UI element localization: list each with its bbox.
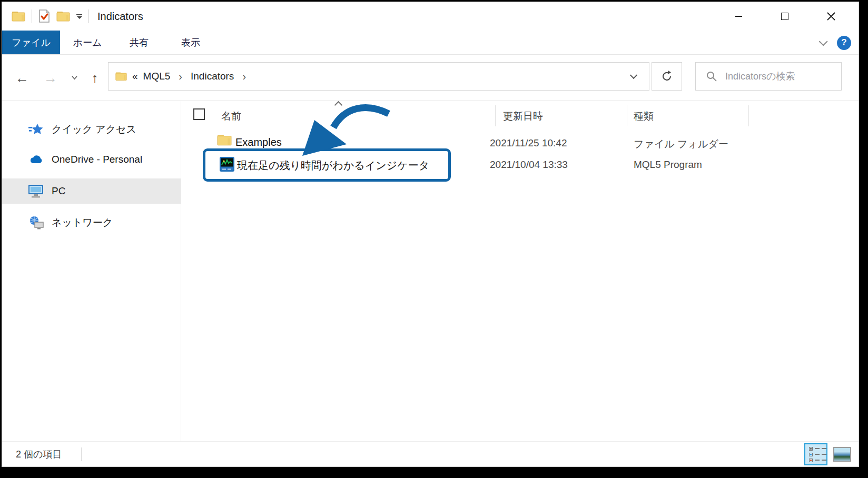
file-list: 名前 更新日時 種類 Examples 2021/11/25 10:42 ファイ…: [187, 101, 859, 441]
file-name[interactable]: Examples: [235, 136, 282, 148]
tab-home[interactable]: ホーム: [63, 31, 112, 54]
forward-button[interactable]: →: [40, 55, 61, 101]
address-dropdown-chevron-icon[interactable]: [630, 72, 637, 79]
close-button[interactable]: [808, 2, 854, 31]
onedrive-cloud-icon: [28, 154, 44, 165]
minimize-button[interactable]: [715, 2, 762, 31]
details-view-button[interactable]: [804, 443, 827, 465]
status-bar: 2 個の項目: [2, 441, 859, 466]
help-button[interactable]: ?: [837, 36, 851, 50]
up-button[interactable]: ↑: [84, 55, 105, 101]
search-icon: [706, 71, 717, 82]
file-type: ファイル フォルダー: [634, 137, 728, 151]
column-divider[interactable]: [627, 105, 627, 126]
explorer-window: Indicators ファイル ホーム 共有 表示 ? ← → ↑: [2, 2, 859, 466]
toolbar-divider: [32, 9, 32, 23]
window-controls: [715, 2, 854, 31]
ribbon-tabs: ファイル ホーム 共有 表示: [2, 31, 859, 55]
network-icon: [28, 216, 44, 230]
breadcrumb-mql5[interactable]: MQL5: [143, 71, 171, 82]
thumbnail-view-button[interactable]: [833, 447, 851, 462]
window-title: Indicators: [97, 11, 143, 23]
title-bar: Indicators: [2, 2, 859, 31]
folder-icon[interactable]: [12, 11, 25, 22]
sidebar-item-label: PC: [52, 185, 65, 197]
refresh-button[interactable]: [652, 62, 682, 91]
maximize-icon: [781, 13, 788, 20]
breadcrumb-separator-icon[interactable]: ›: [239, 71, 249, 83]
tab-file[interactable]: ファイル: [2, 31, 60, 54]
maximize-button[interactable]: [762, 2, 808, 31]
refresh-icon: [661, 71, 673, 82]
content-area: クイック アクセス OneDrive - Personal PC: [2, 101, 859, 441]
navigation-pane: クイック アクセス OneDrive - Personal PC: [2, 101, 181, 441]
breadcrumb-separator-icon[interactable]: ›: [175, 71, 185, 83]
properties-check-icon[interactable]: [38, 9, 50, 23]
sidebar-item-quick-access[interactable]: クイック アクセス: [2, 117, 181, 142]
tab-view[interactable]: 表示: [166, 31, 215, 54]
column-header-modified[interactable]: 更新日時: [503, 109, 543, 123]
breadcrumb-indicators[interactable]: Indicators: [191, 71, 234, 82]
customize-toolbar-chevron-icon[interactable]: [76, 14, 82, 19]
status-divider: [81, 447, 82, 461]
pc-monitor-icon: [28, 184, 44, 198]
quick-access-star-icon: [28, 123, 44, 136]
tab-share[interactable]: 共有: [115, 31, 163, 54]
sidebar-item-label: クイック アクセス: [52, 123, 136, 136]
toolbar-divider: [88, 9, 89, 23]
item-count: 2 個の項目: [16, 442, 62, 466]
search-box[interactable]: [695, 62, 842, 91]
expand-ribbon-chevron-icon[interactable]: [819, 37, 828, 46]
column-divider[interactable]: [495, 105, 496, 126]
select-all-checkbox[interactable]: [193, 108, 205, 120]
recent-locations-chevron-icon[interactable]: [66, 55, 82, 101]
column-divider[interactable]: [748, 105, 749, 126]
file-type: MQL5 Program: [634, 159, 702, 171]
breadcrumb-collapse-glyph[interactable]: «: [132, 71, 138, 82]
back-button[interactable]: ←: [12, 55, 33, 101]
folder-icon: [217, 134, 232, 146]
new-folder-icon[interactable]: [56, 11, 70, 22]
navigation-bar: ← → ↑ « MQL5 › Indicators ›: [2, 55, 859, 101]
minimize-icon: [735, 16, 742, 17]
column-header-name[interactable]: 名前: [221, 109, 241, 123]
address-bar[interactable]: « MQL5 › Indicators ›: [108, 62, 649, 91]
sidebar-item-pc[interactable]: PC: [2, 178, 181, 204]
quick-access-toolbar: Indicators: [12, 2, 143, 31]
ribbon-right-controls: ?: [819, 31, 851, 55]
sidebar-item-network[interactable]: ネットワーク: [2, 210, 181, 235]
column-header-type[interactable]: 種類: [634, 109, 654, 123]
file-modified: 2021/11/25 10:42: [490, 137, 567, 149]
sidebar-item-onedrive[interactable]: OneDrive - Personal: [2, 147, 181, 172]
annotation-arrow-icon: [289, 101, 400, 162]
sidebar-item-label: ネットワーク: [52, 216, 113, 230]
folder-icon: [115, 71, 127, 82]
search-input[interactable]: [725, 71, 831, 82]
sidebar-item-label: OneDrive - Personal: [52, 154, 142, 165]
close-icon: [827, 12, 835, 21]
file-modified: 2021/10/04 13:33: [490, 159, 568, 171]
